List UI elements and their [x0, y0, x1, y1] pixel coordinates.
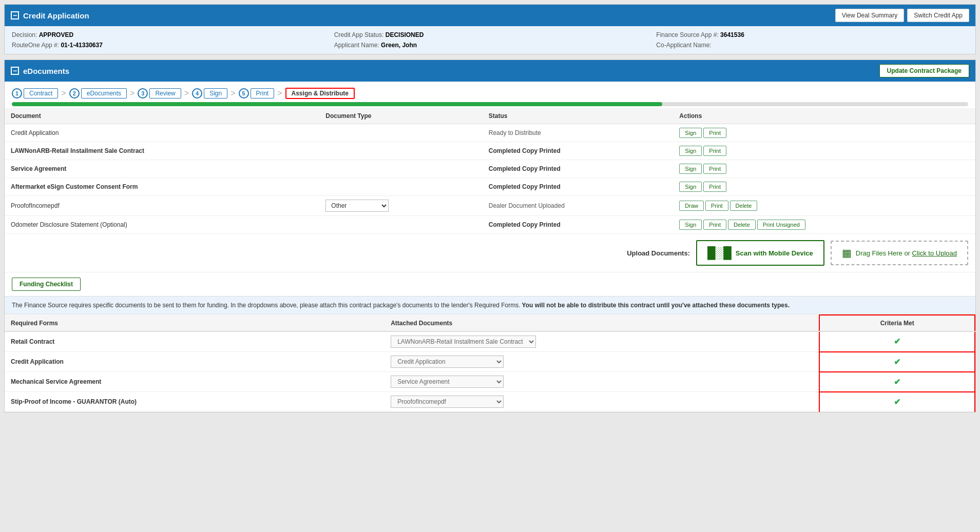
- print-button[interactable]: Print: [703, 182, 726, 192]
- table-row: ProofofIncomepdfOtherAffidavitApplicatio…: [5, 196, 975, 216]
- delete-button[interactable]: Delete: [728, 220, 756, 230]
- doc-name: Aftermarket eSign Customer Consent Form: [5, 178, 319, 196]
- applicant-value: Green, John: [381, 42, 417, 49]
- req-attached-doc[interactable]: ProofofIncomepdf: [385, 392, 819, 412]
- view-deal-summary-button[interactable]: View Deal Summary: [835, 9, 904, 22]
- doc-actions: DrawPrintDelete: [673, 196, 975, 216]
- col-status: Status: [483, 108, 674, 124]
- doc-type[interactable]: OtherAffidavitApplicationBill of SaleCor…: [319, 196, 482, 216]
- upload-row: Upload Documents: █░█ Scan with Mobile D…: [5, 234, 975, 272]
- doc-status: Dealer Document Uploaded: [483, 196, 674, 216]
- req-attached-doc[interactable]: Credit Application: [385, 352, 819, 372]
- table-row: Aftermarket eSign Customer Consent FormC…: [5, 178, 975, 196]
- edoc-collapse-icon[interactable]: −: [11, 67, 19, 75]
- credit-app-header: − Credit Application View Deal Summary S…: [5, 5, 975, 26]
- drag-icon: ▦: [842, 247, 852, 259]
- col-actions: Actions: [673, 108, 975, 124]
- sign-button[interactable]: Sign: [679, 128, 702, 138]
- credit-app-status-value: DECISIONED: [386, 31, 424, 38]
- req-criteria-met: ✔: [819, 392, 975, 412]
- required-forms-table: Required Forms Attached Documents Criter…: [5, 314, 975, 412]
- attached-doc-select[interactable]: ProofofIncomepdf: [391, 396, 504, 408]
- doc-type: [319, 160, 482, 178]
- sign-button[interactable]: Sign: [679, 220, 702, 230]
- doc-actions: SignPrint: [673, 178, 975, 196]
- req-criteria-met: ✔: [819, 352, 975, 372]
- drag-files-area[interactable]: ▦ Drag Files Here or Click to Upload: [831, 241, 968, 265]
- print-button[interactable]: Print: [703, 146, 726, 156]
- print-button[interactable]: Print: [705, 201, 728, 211]
- print-unsigned-button[interactable]: Print Unsigned: [757, 220, 805, 230]
- checkmark-icon: ✔: [894, 337, 900, 346]
- col-document: Document: [5, 108, 319, 124]
- sign-button[interactable]: Sign: [679, 182, 702, 192]
- coapplicant-label: Co-Applicant Name:: [656, 42, 711, 49]
- routeone-value: 01-1-41330637: [61, 42, 102, 49]
- attached-doc-select[interactable]: LAWNonARB-Retail Installment Sale Contra…: [391, 336, 536, 348]
- doc-status: Completed Copy Printed: [483, 142, 674, 160]
- decision-label: Decision:: [12, 31, 37, 38]
- print-button[interactable]: Print: [703, 164, 726, 174]
- req-table-row: Mechanical Service AgreementService Agre…: [5, 372, 975, 392]
- finance-source-label: Finance Source App #:: [656, 31, 718, 38]
- print-button[interactable]: Print: [703, 128, 726, 138]
- progress-bar-fill: [12, 102, 662, 106]
- doc-type: [319, 216, 482, 234]
- step-4[interactable]: 4 Sign: [192, 88, 227, 98]
- req-form-name: Mechanical Service Agreement: [5, 372, 385, 392]
- funding-btn-row: Funding Checklist: [5, 272, 975, 296]
- credit-info-section: Decision: APPROVED Credit App Status: DE…: [5, 26, 975, 54]
- collapse-icon[interactable]: −: [11, 11, 19, 19]
- step-assign[interactable]: Assign & Distribute: [285, 88, 355, 99]
- req-table-row: Credit ApplicationCredit Application✔: [5, 352, 975, 372]
- step-5[interactable]: 5 Print: [239, 88, 275, 98]
- decision-value: APPROVED: [39, 31, 73, 38]
- req-table-row: Retail ContractLAWNonARB-Retail Installm…: [5, 331, 975, 352]
- doc-type: [319, 178, 482, 196]
- doc-actions: SignPrint: [673, 160, 975, 178]
- sign-button[interactable]: Sign: [679, 146, 702, 156]
- doc-name: Service Agreement: [5, 160, 319, 178]
- notice-text: The Finance Source requires specific doc…: [5, 296, 975, 314]
- doc-actions: SignPrint: [673, 142, 975, 160]
- update-contract-package-button[interactable]: Update Contract Package: [879, 64, 969, 77]
- step-2[interactable]: 2 eDocuments: [69, 88, 127, 98]
- req-criteria-met: ✔: [819, 331, 975, 352]
- doc-name: Credit Application: [5, 124, 319, 142]
- doc-name: LAWNonARB-Retail Installment Sale Contra…: [5, 142, 319, 160]
- finance-source-value: 3641536: [720, 31, 744, 38]
- doc-type-select[interactable]: OtherAffidavitApplicationBill of SaleCor…: [325, 200, 389, 212]
- attached-doc-select[interactable]: Credit Application: [391, 356, 504, 368]
- delete-button[interactable]: Delete: [730, 201, 758, 211]
- qr-icon: █░█: [707, 246, 732, 260]
- step-1[interactable]: 1 Contract: [12, 88, 58, 98]
- step-3[interactable]: 3 Review: [138, 88, 181, 98]
- req-col-attached: Attached Documents: [385, 315, 819, 331]
- req-form-name: Stip-Proof of Income - GUARANTOR (Auto): [5, 392, 385, 412]
- documents-table: Document Document Type Status Actions Cr…: [5, 108, 975, 234]
- req-col-criteria: Criteria Met: [819, 315, 975, 331]
- doc-status: Completed Copy Printed: [483, 216, 674, 234]
- req-attached-doc[interactable]: Service Agreement: [385, 372, 819, 392]
- doc-name: Odometer Disclosure Statement (Optional): [5, 216, 319, 234]
- credit-app-status-label: Credit App Status:: [334, 31, 384, 38]
- sign-button[interactable]: Sign: [679, 164, 702, 174]
- draw-button[interactable]: Draw: [679, 201, 704, 211]
- print-button[interactable]: Print: [703, 220, 726, 230]
- attached-doc-select[interactable]: Service Agreement: [391, 376, 504, 388]
- doc-status: Completed Copy Printed: [483, 160, 674, 178]
- req-attached-doc[interactable]: LAWNonARB-Retail Installment Sale Contra…: [385, 331, 819, 352]
- scan-with-mobile-button[interactable]: █░█ Scan with Mobile Device: [696, 240, 824, 266]
- switch-credit-app-button[interactable]: Switch Credit App: [907, 9, 969, 22]
- table-row: Odometer Disclosure Statement (Optional)…: [5, 216, 975, 234]
- funding-checklist-button[interactable]: Funding Checklist: [12, 278, 81, 291]
- click-to-upload-link[interactable]: Click to Upload: [912, 249, 957, 257]
- col-doctype: Document Type: [319, 108, 482, 124]
- table-row: Credit ApplicationReady to DistributeSig…: [5, 124, 975, 142]
- credit-app-title: Credit Application: [23, 11, 89, 20]
- applicant-label: Applicant Name:: [334, 42, 379, 49]
- checkmark-icon: ✔: [894, 378, 900, 386]
- edocuments-title: eDocuments: [23, 67, 69, 75]
- table-row: Service AgreementCompleted Copy PrintedS…: [5, 160, 975, 178]
- doc-status: Ready to Distribute: [483, 124, 674, 142]
